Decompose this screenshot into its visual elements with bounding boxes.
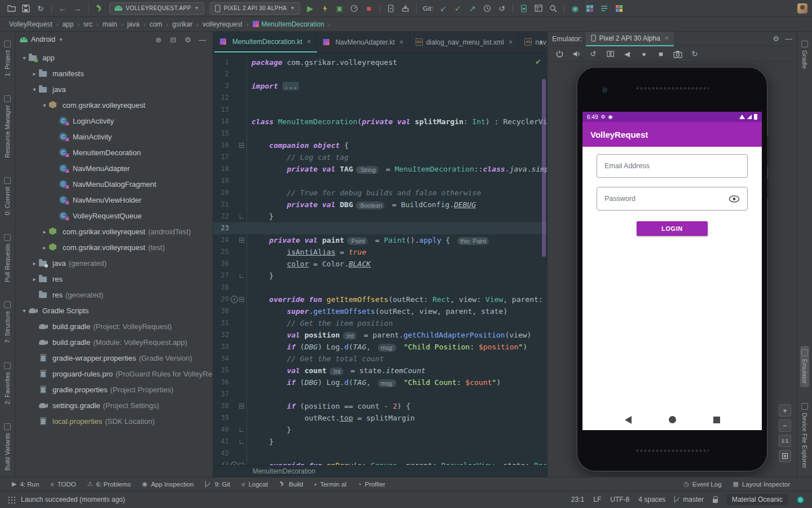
fold-start-icon[interactable]: − — [239, 297, 244, 302]
code-area[interactable]: ✔ 1package com.gsrikar.volleyrequest23im… — [213, 53, 547, 465]
code-line[interactable]: 1package com.gsrikar.volleyrequest — [213, 56, 547, 68]
close-tab-icon[interactable]: × — [307, 37, 311, 46]
tool-button-event-log[interactable]: ◷Event Log — [678, 479, 726, 489]
password-field[interactable]: Password — [597, 187, 748, 211]
theme-widget[interactable]: Material Oceanic — [727, 494, 788, 505]
fold-start-icon[interactable]: − — [239, 404, 244, 409]
tree-row[interactable]: ▸manifests — [15, 65, 213, 81]
tree-row[interactable]: ▸com.gsrikar.volleyrequest (androidTest) — [15, 224, 213, 239]
run-config-select[interactable]: VOLLEYREQUEST.APP ▼ — [109, 2, 204, 15]
tool-window-button-pull-requests[interactable]: Pull Requests — [3, 231, 12, 286]
tool-window-button-device-file-explorer[interactable]: Device File Explorer — [800, 400, 809, 471]
code-line[interactable]: 13 — [213, 104, 547, 116]
override-method-icon[interactable]: ↑ — [231, 462, 238, 465]
editor-breadcrumb-item[interactable]: MenuItemDecoration — [253, 467, 315, 475]
build-hammer-icon[interactable] — [92, 2, 106, 15]
code-line[interactable]: 42 — [213, 448, 547, 459]
code-line[interactable]: 14class MenuItemDecoration(private val s… — [213, 116, 547, 128]
code-line[interactable]: 16− companion object { — [213, 139, 547, 151]
breadcrumb-item[interactable]: MenuItemDecoration — [262, 20, 324, 28]
tool-button-9-git[interactable]: 9: Git — [200, 479, 235, 489]
tree-row[interactable]: build.gradle (Module: VolleyRequest.app) — [15, 334, 213, 350]
git-branch-widget[interactable]: master — [674, 496, 704, 503]
save-all-icon[interactable] — [19, 2, 33, 15]
code-line[interactable]: 33 if (DBG) Log.d(TAG, msg: "Child Posit… — [213, 341, 547, 353]
gutter[interactable]: 22 — [213, 211, 247, 222]
code-line[interactable]: 41 } — [213, 436, 547, 448]
device-manager-icon[interactable] — [583, 2, 597, 15]
tree-row[interactable]: ▾app — [15, 50, 213, 65]
fold-end-icon[interactable] — [240, 428, 244, 432]
code-line[interactable]: 24− private val paint:Paint = Paint().ap… — [213, 234, 547, 246]
tool-window-switcher-icon[interactable] — [8, 496, 15, 503]
breadcrumb-item[interactable]: VolleyRequest — [9, 20, 52, 28]
gutter[interactable]: 17 — [213, 151, 247, 163]
tree-row[interactable]: CLoginActivity — [15, 113, 213, 129]
editor-tab[interactable]: MenuItemDecoration.kt× — [214, 32, 317, 52]
code-line[interactable]: 18 private val TAG:String = MenuItemDeco… — [213, 163, 547, 175]
gutter[interactable]: 37 — [213, 388, 247, 400]
breadcrumb-item[interactable]: volleyrequest — [202, 20, 242, 28]
breadcrumb-item[interactable]: main — [103, 20, 117, 28]
layout-inspector-icon[interactable] — [532, 2, 545, 15]
screenshot-icon[interactable] — [673, 49, 683, 59]
code-line[interactable]: 35 val count:Int = state.itemCount — [213, 365, 547, 376]
rollback-icon[interactable]: ↺ — [495, 2, 509, 15]
breadcrumb-item[interactable]: com — [149, 20, 162, 28]
project-view-select[interactable]: Android — [31, 36, 55, 43]
code-line[interactable]: 29↑− override fun getItemOffsets(outRect… — [213, 294, 547, 305]
code-line[interactable]: 43↑− override fun onDraw(c: Canvas, pare… — [213, 459, 547, 465]
tree-row[interactable]: ▾java — [15, 81, 213, 97]
tree-row[interactable]: ▸res — [15, 271, 213, 287]
tree-row[interactable]: CMenuItemDecoration — [15, 144, 213, 160]
history-icon[interactable] — [480, 2, 494, 15]
breadcrumb-item[interactable]: gsrikar — [172, 20, 192, 28]
tree-row[interactable]: CNavMenuDialogFragment — [15, 176, 213, 192]
gutter[interactable]: 29↑− — [213, 294, 247, 305]
close-icon[interactable]: × — [665, 34, 669, 42]
gutter[interactable]: 26 — [213, 258, 247, 270]
volume-icon[interactable] — [571, 49, 581, 59]
code-line[interactable]: 28 — [213, 282, 547, 294]
login-button[interactable]: LOGIN — [637, 221, 708, 236]
zoom-fit-button[interactable] — [779, 450, 791, 462]
gutter[interactable]: 35 — [213, 365, 247, 376]
logcat-tool-icon[interactable] — [598, 2, 611, 15]
breadcrumb-item[interactable]: app — [62, 20, 73, 28]
tree-row[interactable]: CNavMenuAdapter — [15, 160, 213, 176]
settings-icon[interactable]: ⚙ — [182, 36, 193, 44]
avd-manager-icon[interactable] — [384, 2, 398, 15]
open-icon[interactable] — [5, 2, 18, 15]
tool-button-todo[interactable]: ≡TODO — [45, 479, 81, 489]
code-line[interactable]: 38− if (position == count - 2) { — [213, 400, 547, 412]
user-avatar[interactable] — [797, 3, 807, 14]
close-tab-icon[interactable]: × — [509, 38, 513, 46]
tree-row[interactable]: gradle.properties (Project Properties) — [15, 382, 213, 397]
select-opened-file-icon[interactable]: ⊕ — [153, 36, 164, 44]
fold-start-icon[interactable]: − — [239, 463, 244, 465]
stop-button[interactable]: ■ — [362, 2, 376, 15]
search-icon[interactable] — [546, 2, 560, 15]
power-icon[interactable] — [554, 49, 564, 59]
gutter[interactable]: 40 — [213, 424, 247, 436]
rotate-left-icon[interactable]: ↺ — [588, 49, 598, 59]
editor-scrollbar[interactable] — [542, 79, 546, 257]
tool-button-build[interactable]: Build — [274, 479, 308, 489]
code-line[interactable]: 25 isAntiAlias = true — [213, 246, 547, 258]
gutter[interactable]: 41 — [213, 436, 247, 448]
code-line[interactable]: 22 } — [213, 211, 547, 222]
code-line[interactable]: 20 // True for debug builds and false ot… — [213, 187, 547, 199]
code-line[interactable]: 34 // Get the total count — [213, 353, 547, 365]
gutter[interactable]: 19 — [213, 175, 247, 187]
code-line[interactable]: 3import ... — [213, 80, 547, 92]
chevron-down-icon[interactable]: ▼ — [59, 37, 63, 42]
caret-position[interactable]: 23:1 — [571, 496, 584, 503]
collapse-all-icon[interactable]: ⊟ — [167, 36, 179, 44]
code-line[interactable]: 12 — [213, 92, 547, 104]
editor-tab[interactable]: NavMenuAdapter.kt× — [317, 32, 410, 52]
gutter[interactable]: 14 — [213, 116, 247, 128]
tool-window-button-1-project[interactable]: 1: Project — [3, 37, 12, 80]
gutter[interactable]: 23 — [213, 222, 247, 234]
code-line[interactable]: 36 if (DBG) Log.d(TAG, msg: "Child Count… — [213, 376, 547, 388]
override-method-icon[interactable]: ↑ — [231, 296, 238, 303]
